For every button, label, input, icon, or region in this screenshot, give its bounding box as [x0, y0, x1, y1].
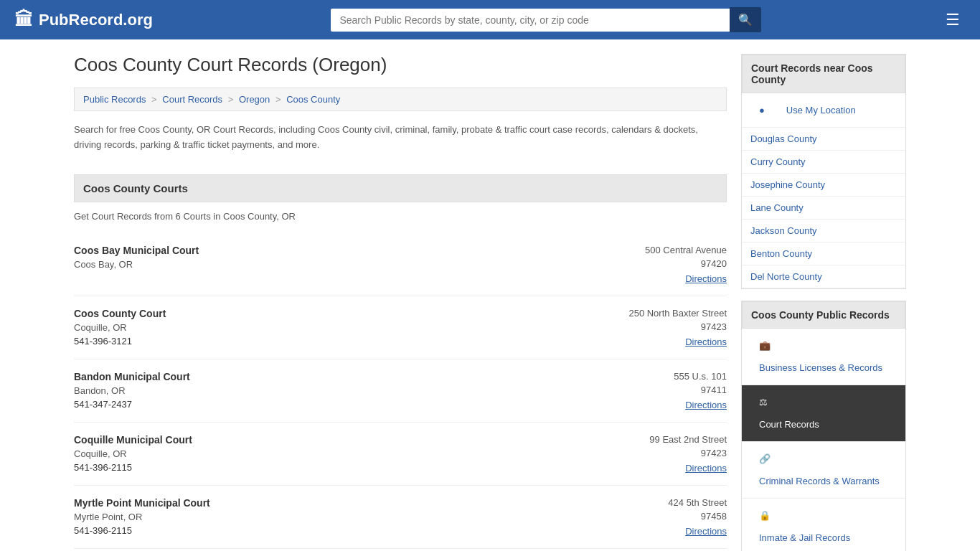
- breadcrumb-public-records[interactable]: Public Records: [83, 94, 146, 105]
- record-icon: 🔒: [750, 504, 892, 527]
- directions-link[interactable]: Directions: [685, 273, 727, 284]
- public-records-section: Coos County Public Records 💼 Business Li…: [741, 301, 906, 551]
- nearby-county-item[interactable]: Curry County: [742, 151, 905, 174]
- directions-link[interactable]: Directions: [685, 526, 727, 537]
- nearby-county-link[interactable]: Douglas County: [742, 128, 905, 150]
- page-title: Coos County Court Records (Oregon): [74, 54, 727, 76]
- court-city: Coquille, OR: [74, 448, 649, 459]
- nearby-county-item[interactable]: Lane County: [742, 197, 905, 220]
- court-info: Bandon Municipal Court Bandon, OR 541-34…: [74, 371, 674, 410]
- court-city: Bandon, OR: [74, 385, 674, 396]
- court-street: 555 U.s. 101: [674, 371, 727, 382]
- court-name: Coos Bay Municipal Court: [74, 245, 645, 256]
- court-entry: Bandon Municipal Court Bandon, OR 541-34…: [74, 359, 727, 423]
- nearby-county-item[interactable]: Douglas County: [742, 128, 905, 151]
- court-info: Coquille Municipal Court Coquille, OR 54…: [74, 434, 649, 474]
- court-street: 500 Central Avenue: [645, 245, 727, 255]
- main-container: Coos County Court Records (Oregon) Publi…: [60, 39, 920, 551]
- court-name: Bandon Municipal Court: [74, 371, 674, 382]
- courts-list: Coos Bay Municipal Court Coos Bay, OR 50…: [74, 233, 727, 549]
- court-street: 250 North Baxter Street: [628, 308, 727, 319]
- record-label: Criminal Records & Warrants: [750, 470, 897, 492]
- court-city: Coos Bay, OR: [74, 259, 645, 270]
- public-record-link[interactable]: ⚖ Court Records: [742, 385, 905, 441]
- directions-link[interactable]: Directions: [685, 400, 727, 410]
- breadcrumb-sep-2: >: [228, 94, 236, 105]
- nearby-county-item[interactable]: Del Norte County: [742, 265, 905, 288]
- search-icon: 🔍: [738, 14, 753, 26]
- nearby-county-link[interactable]: Del Norte County: [742, 265, 905, 288]
- nearby-section: Court Records near Coos County ● Use My …: [741, 54, 906, 289]
- nearby-county-link[interactable]: Josephine County: [742, 174, 905, 196]
- court-street: 424 5th Street: [668, 497, 727, 508]
- public-record-item[interactable]: 🔒 Inmate & Jail Records: [742, 499, 905, 551]
- court-city: Coquille, OR: [74, 322, 628, 333]
- court-name: Myrtle Point Municipal Court: [74, 497, 668, 509]
- header: 🏛 PubRecord.org 🔍 ☰: [0, 0, 980, 39]
- public-record-item[interactable]: 🔗 Criminal Records & Warrants: [742, 442, 905, 499]
- nearby-county-link[interactable]: Lane County: [742, 197, 905, 219]
- court-city: Myrtle Point, OR: [74, 512, 668, 522]
- public-records-list: 💼 Business Licenses & Records ⚖ Court Re…: [742, 329, 905, 551]
- nearby-county-item[interactable]: Jackson County: [742, 220, 905, 242]
- nearby-county-link[interactable]: Curry County: [742, 151, 905, 173]
- public-record-link[interactable]: 🔗 Criminal Records & Warrants: [742, 442, 905, 498]
- public-record-link[interactable]: 🔒 Inmate & Jail Records: [742, 499, 905, 551]
- logo-icon: 🏛: [14, 9, 33, 31]
- search-button[interactable]: 🔍: [730, 7, 761, 32]
- court-phone: 541-396-3121: [74, 336, 628, 347]
- court-entry: Coos County Court Coquille, OR 541-396-3…: [74, 296, 727, 359]
- record-icon: 🔗: [750, 448, 892, 470]
- directions-link[interactable]: Directions: [685, 336, 727, 347]
- public-record-item[interactable]: ⚖ Court Records: [742, 385, 905, 442]
- record-label: Inmate & Jail Records: [750, 527, 897, 549]
- court-phone: 541-347-2437: [74, 399, 674, 410]
- breadcrumb-coos-county[interactable]: Coos County: [286, 94, 340, 105]
- record-label: Court Records: [750, 413, 897, 435]
- directions-link[interactable]: Directions: [685, 463, 727, 474]
- record-icon: ⚖: [750, 391, 892, 413]
- court-zip: 97420: [645, 258, 727, 269]
- court-info: Myrtle Point Municipal Court Myrtle Poin…: [74, 497, 668, 537]
- logo[interactable]: 🏛 PubRecord.org: [14, 9, 153, 31]
- court-zip: 97411: [674, 385, 727, 395]
- court-address: 500 Central Avenue 97420 Directions: [645, 245, 727, 284]
- content-area: Coos County Court Records (Oregon) Publi…: [74, 54, 727, 551]
- court-zip: 97458: [668, 511, 727, 522]
- breadcrumb-sep-3: >: [275, 94, 283, 105]
- menu-icon: ☰: [946, 11, 960, 29]
- breadcrumb-court-records[interactable]: Court Records: [162, 94, 222, 105]
- nearby-counties-list: ● Use My Location Douglas CountyCurry Co…: [742, 93, 905, 288]
- breadcrumb-sep-1: >: [151, 94, 159, 105]
- nearby-county-item[interactable]: Benton County: [742, 242, 905, 265]
- record-icon: 💼: [750, 334, 892, 357]
- public-records-section-header: Coos County Public Records: [742, 301, 905, 329]
- nearby-county-link[interactable]: Jackson County: [742, 220, 905, 242]
- nearby-section-header: Court Records near Coos County: [742, 55, 905, 93]
- nearby-county-item[interactable]: Josephine County: [742, 174, 905, 197]
- courts-subtext: Get Court Records from 6 Courts in Coos …: [74, 211, 727, 222]
- court-zip: 97423: [649, 448, 727, 458]
- court-address: 424 5th Street 97458 Directions: [668, 497, 727, 537]
- breadcrumb-oregon[interactable]: Oregon: [239, 94, 270, 105]
- public-record-link[interactable]: 💼 Business Licenses & Records: [742, 329, 905, 385]
- courts-section-header: Coos County Courts: [74, 174, 727, 202]
- court-entry: Coos Bay Municipal Court Coos Bay, OR 50…: [74, 233, 727, 296]
- court-entry: Coquille Municipal Court Coquille, OR 54…: [74, 423, 727, 486]
- use-location-item[interactable]: ● Use My Location: [742, 93, 905, 128]
- court-entry: Myrtle Point Municipal Court Myrtle Poin…: [74, 486, 727, 549]
- logo-text: PubRecord.org: [39, 11, 153, 29]
- search-area: 🔍: [331, 7, 761, 32]
- record-label: Business Licenses & Records: [750, 357, 897, 379]
- sidebar: Court Records near Coos County ● Use My …: [741, 54, 906, 551]
- court-address: 250 North Baxter Street 97423 Directions: [628, 308, 727, 347]
- location-icon: ●: [750, 99, 773, 121]
- nearby-county-link[interactable]: Benton County: [742, 242, 905, 265]
- breadcrumb: Public Records > Court Records > Oregon …: [74, 88, 727, 111]
- use-location-link[interactable]: ● Use My Location: [742, 93, 905, 127]
- court-address: 99 East 2nd Street 97423 Directions: [649, 434, 727, 474]
- menu-button[interactable]: ☰: [940, 8, 966, 32]
- public-record-item[interactable]: 💼 Business Licenses & Records: [742, 329, 905, 385]
- search-input[interactable]: [331, 9, 730, 32]
- court-zip: 97423: [628, 321, 727, 332]
